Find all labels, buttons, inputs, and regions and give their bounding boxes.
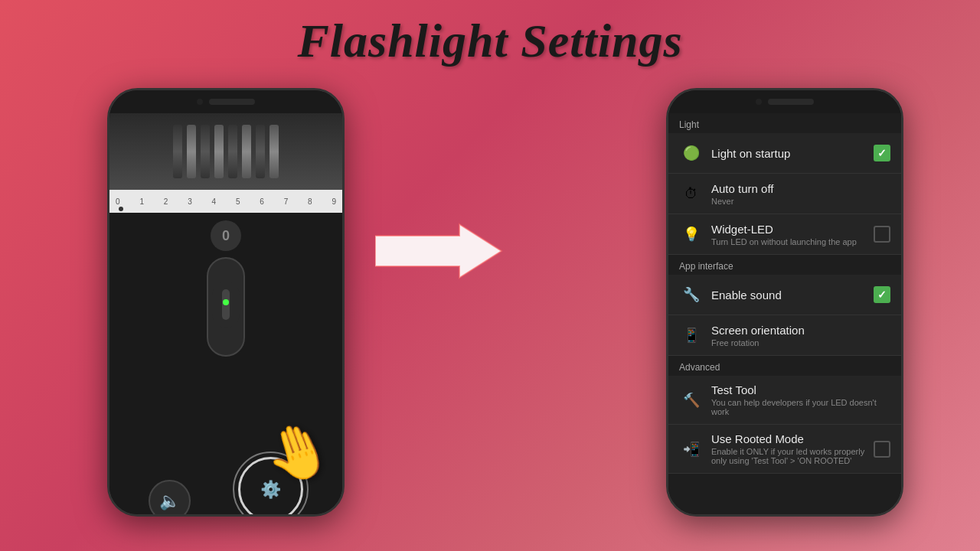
right-phone: Light 🟢 Light on startup ⏱ Auto turn off… bbox=[666, 88, 903, 517]
auto-turn-off-subtitle: Never bbox=[711, 197, 890, 206]
camera-dot bbox=[197, 99, 203, 105]
rooted-mode-checkbox[interactable] bbox=[874, 441, 890, 458]
page-title: Flashlight Settings bbox=[0, 0, 980, 68]
zero-display: 0 bbox=[211, 220, 241, 251]
orientation-title: Screen orientation bbox=[711, 324, 890, 337]
startup-checkbox[interactable] bbox=[874, 145, 890, 161]
widget-led-icon: 💡 bbox=[679, 222, 704, 246]
enable-sound-checkbox[interactable] bbox=[874, 286, 890, 303]
setting-test-tool[interactable]: 🔨 Test Tool You can help developers if y… bbox=[668, 376, 901, 425]
startup-icon: 🟢 bbox=[679, 141, 704, 165]
orientation-icon: 📱 bbox=[679, 323, 704, 347]
setting-rooted-mode[interactable]: 📲 Use Rooted Mode Enable it ONLY if your… bbox=[668, 425, 901, 474]
rooted-icon: 📲 bbox=[679, 437, 704, 461]
section-label-advanced: Advanced bbox=[668, 356, 901, 376]
sound-button[interactable]: 🔈 bbox=[149, 480, 191, 517]
svg-marker-0 bbox=[375, 224, 501, 278]
arrow-icon bbox=[375, 220, 505, 282]
rooted-mode-title: Use Rooted Mode bbox=[711, 432, 874, 445]
ruler: 0123456789 bbox=[109, 190, 342, 213]
startup-title: Light on startup bbox=[711, 147, 874, 160]
widget-led-checkbox[interactable] bbox=[874, 226, 890, 243]
rooted-mode-subtitle: Enable it ONLY if your led works properl… bbox=[711, 447, 874, 465]
toggle-switch[interactable] bbox=[207, 257, 245, 357]
sound-icon: 🔧 bbox=[679, 282, 704, 307]
test-tool-title: Test Tool bbox=[711, 383, 890, 396]
phone-top-bar bbox=[109, 90, 342, 113]
flashlight-head bbox=[109, 113, 342, 190]
right-camera-dot bbox=[756, 99, 762, 105]
timer-icon: ⏱ bbox=[679, 181, 704, 206]
enable-sound-title: Enable sound bbox=[711, 289, 874, 302]
setting-widget-led[interactable]: 💡 Widget-LED Turn LED on without launchi… bbox=[668, 214, 901, 255]
right-phone-top-bar bbox=[668, 90, 901, 113]
settings-content: Light 🟢 Light on startup ⏱ Auto turn off… bbox=[668, 113, 901, 517]
widget-led-subtitle: Turn LED on without launching the app bbox=[711, 237, 874, 246]
setting-light-on-startup[interactable]: 🟢 Light on startup bbox=[668, 133, 901, 174]
setting-auto-turn-off[interactable]: ⏱ Auto turn off Never bbox=[668, 174, 901, 214]
widget-led-title: Widget-LED bbox=[711, 223, 874, 236]
setting-enable-sound[interactable]: 🔧 Enable sound bbox=[668, 275, 901, 315]
arrow-container bbox=[375, 220, 505, 285]
auto-turn-off-title: Auto turn off bbox=[711, 182, 890, 195]
setting-screen-orientation[interactable]: 📱 Screen orientation Free rotation bbox=[668, 315, 901, 356]
section-label-app-interface: App interface bbox=[668, 255, 901, 275]
test-tool-icon: 🔨 bbox=[679, 388, 704, 412]
ruler-numbers: 0123456789 bbox=[116, 197, 336, 206]
section-label-light: Light bbox=[668, 113, 901, 133]
right-phone-speaker bbox=[768, 99, 814, 105]
left-phone: 0123456789 0 🔈 ⚙️ 🤚 bbox=[107, 88, 345, 517]
orientation-subtitle: Free rotation bbox=[711, 338, 890, 347]
test-tool-subtitle: You can help developers if your LED does… bbox=[711, 398, 890, 416]
phone-speaker bbox=[209, 99, 255, 105]
